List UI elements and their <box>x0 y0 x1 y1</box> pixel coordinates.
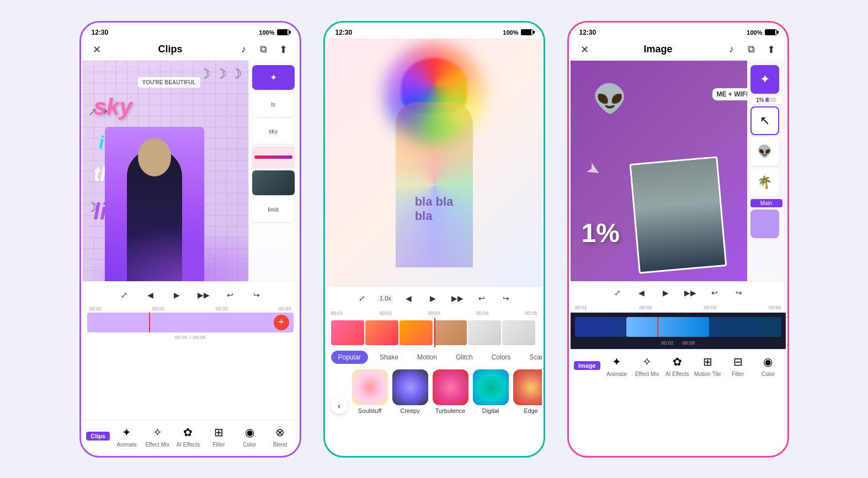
p2-play-button[interactable]: ▶ <box>424 289 442 307</box>
phone1-status-bar: 12:30 100% <box>83 24 298 39</box>
effect-creepy-thumb <box>392 369 428 405</box>
p3-effect-mix-icon: ✧ <box>639 354 654 369</box>
p2-prev-button[interactable]: ◀ <box>400 289 418 307</box>
beautiful-text: YOU'RE BEAUTIFUL <box>142 79 196 85</box>
tool-animate[interactable]: ✦ Animate <box>113 425 141 448</box>
animate-icon: ✦ <box>119 425 135 440</box>
p3-alien-button[interactable]: 👽 <box>750 137 779 166</box>
p3-next-button[interactable]: ▶▶ <box>681 284 699 302</box>
effect-soulstuff[interactable]: Soulstuff <box>352 369 388 414</box>
p3-play-button[interactable]: ▶ <box>657 284 675 302</box>
p3-tool-filter[interactable]: ⊟ Filter <box>724 354 752 377</box>
effect-creepy-label: Creepy <box>400 407 419 414</box>
p3-ai-effects-label: AI Effects <box>665 371 689 377</box>
effect-edge[interactable]: Edge <box>513 369 542 414</box>
p3-redo-button[interactable]: ↪ <box>730 284 748 302</box>
phone3-track-selection <box>626 317 709 337</box>
p3-close-icon[interactable]: ✕ <box>577 42 593 57</box>
film-thumb-4[interactable] <box>434 320 467 345</box>
tab-shake[interactable]: Shake <box>372 351 406 364</box>
effects-prev-button[interactable]: ‹ <box>331 398 348 414</box>
tab-glitch[interactable]: Glitch <box>449 351 480 364</box>
phone1-timeline-area: ⤢ ◀ ▶ ▶▶ ↩ ↪ 00:00 00:01 00:02 00:03 <box>83 281 298 343</box>
p3-export-icon[interactable]: ⬆ <box>764 42 779 57</box>
clips-tab-wrapper: Clips <box>86 432 110 441</box>
p3-tool-ai-effects[interactable]: ✿ AI Effects <box>663 354 691 377</box>
p3-ai-button[interactable]: ✦ <box>750 65 779 94</box>
p3-color-label: Color <box>762 371 775 377</box>
panel-item-style[interactable] <box>252 146 295 168</box>
p3-color-swatch[interactable] <box>750 210 779 238</box>
film-thumb-6[interactable] <box>502 320 535 345</box>
film-thumb-5[interactable] <box>468 320 501 345</box>
p2-undo-button[interactable]: ↩ <box>473 289 491 307</box>
filter-icon: ⊞ <box>211 425 227 440</box>
p3-tool-color[interactable]: ◉ Color <box>754 354 782 377</box>
next-button[interactable]: ▶▶ <box>195 286 212 304</box>
effect-digital[interactable]: Digital <box>473 369 509 414</box>
photo-card[interactable] <box>629 156 727 273</box>
phones-container: 12:30 100% ✕ Clips ♪ ⧉ ⬆ <box>0 10 868 469</box>
beautiful-badge: YOU'RE BEAUTIFUL <box>138 77 200 88</box>
panel-item-is[interactable]: is <box>252 92 295 117</box>
p3-animate-label: Animate <box>606 371 627 377</box>
tab-popular[interactable]: Popular <box>331 351 368 364</box>
redo-button[interactable]: ↪ <box>248 286 265 304</box>
p2-next-button[interactable]: ▶▶ <box>449 289 466 307</box>
panel-item-sky[interactable]: sky <box>252 119 295 144</box>
speed-indicator[interactable]: 1.0x <box>377 294 393 302</box>
tool-ai-effects[interactable]: ✿ AI Effects <box>174 425 202 448</box>
rainbow-glow-overlay <box>385 44 484 143</box>
effect-creepy[interactable]: Creepy <box>392 369 428 414</box>
tab-colors[interactable]: Colors <box>484 351 518 364</box>
image-active-badge[interactable]: Image <box>574 361 600 370</box>
music-icon[interactable]: ♪ <box>236 42 252 57</box>
p3-ai-effects-icon: ✿ <box>669 354 685 369</box>
p3-palm-button[interactable]: 🌴 <box>750 168 779 197</box>
add-clip-button[interactable]: + <box>274 315 289 330</box>
p3-fullscreen-button[interactable]: ⤢ <box>609 284 626 302</box>
p3-undo-button[interactable]: ↩ <box>706 284 723 302</box>
effect-turbulence[interactable]: Turbulence <box>433 369 468 414</box>
phone1-right-panel: ✦ is sky <box>248 61 298 281</box>
film-thumb-3[interactable] <box>400 320 433 345</box>
undo-button[interactable]: ↩ <box>221 286 239 304</box>
p3-main-label[interactable]: Main <box>750 199 782 207</box>
fullscreen-button[interactable]: ⤢ <box>115 286 133 304</box>
p2-fullscreen-button[interactable]: ⤢ <box>353 289 371 307</box>
export-icon[interactable]: ⬆ <box>276 42 291 57</box>
p3-prev-button[interactable]: ◀ <box>633 284 651 302</box>
clips-active-badge[interactable]: Clips <box>86 432 110 441</box>
tool-blend[interactable]: ⊗ Blend <box>267 425 294 448</box>
p3-cursor-button[interactable]: ↖ <box>750 106 779 135</box>
tab-motion[interactable]: Motion <box>410 351 444 364</box>
bla-text: bla blabla <box>415 195 454 223</box>
p3-tool-effect-mix[interactable]: ✧ Effect Mix <box>633 354 661 377</box>
panel-item-photo[interactable] <box>252 170 295 195</box>
tool-filter[interactable]: ⊞ Filter <box>205 425 233 448</box>
alien-sticker-1[interactable]: 👽 <box>593 83 627 115</box>
play-button[interactable]: ▶ <box>168 286 186 304</box>
phone1-battery-icon <box>277 29 289 35</box>
layers-icon[interactable]: ⧉ <box>256 42 271 57</box>
phone1-content: ☽ ☽ ☽ ➚ ✦ ☽ ☽ ☽ YOU'RE BEAUTIFUL sky is … <box>83 61 298 420</box>
film-thumb-1[interactable] <box>331 320 364 345</box>
tab-scary[interactable]: Scary <box>522 351 541 364</box>
p3-music-icon[interactable]: ♪ <box>724 42 739 57</box>
close-icon[interactable]: ✕ <box>89 42 105 57</box>
phone3-dark-track[interactable] <box>575 317 781 337</box>
ai-edit-button[interactable]: ✦ <box>252 65 295 90</box>
film-thumb-2[interactable] <box>365 320 398 345</box>
panel-item-limit[interactable]: limit <box>252 197 295 222</box>
prev-button[interactable]: ◀ <box>142 286 159 304</box>
p3-progress-bar <box>765 98 776 102</box>
p2-redo-button[interactable]: ↪ <box>497 289 515 307</box>
p3-tool-animate[interactable]: ✦ Animate <box>603 354 631 377</box>
p3-layers-icon[interactable]: ⧉ <box>744 42 759 57</box>
phone1-timestamp: 00:00 / 00:05 <box>87 334 294 341</box>
tool-effect-mix[interactable]: ✧ Effect Mix <box>143 425 171 448</box>
tool-color[interactable]: ◉ Color <box>236 425 263 448</box>
phone1-main-track[interactable] <box>87 313 294 332</box>
p3-tool-motion-tile[interactable]: ⊞ Motion Tile <box>694 354 721 377</box>
ai-effects-label: AI Effects <box>177 442 200 448</box>
